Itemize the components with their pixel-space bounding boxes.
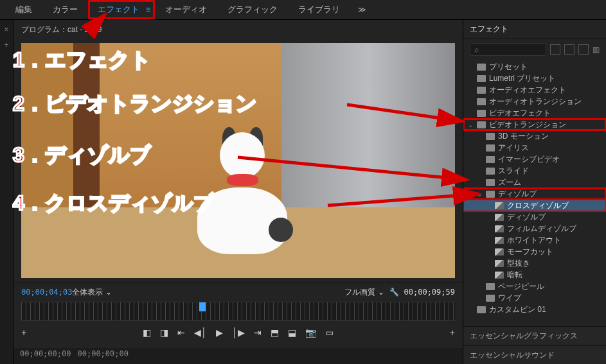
effect-item[interactable]: モーフカット	[463, 246, 606, 257]
mini-timeline[interactable]	[21, 302, 455, 321]
effect-icon	[495, 248, 504, 256]
effect-icon	[495, 237, 504, 244]
tree-label: ズーム	[498, 177, 521, 188]
tree-label: ワイプ	[498, 293, 521, 304]
program-monitor-title: プログラム：cat - 2879	[13, 20, 463, 39]
compare-button[interactable]: ▭	[325, 327, 334, 338]
program-title-text: プログラム：cat - 2879	[21, 24, 102, 35]
add-button-right[interactable]: +	[450, 327, 455, 338]
tab-library[interactable]: ライブラリ	[288, 1, 350, 18]
go-to-in-button[interactable]: ⇤	[177, 327, 185, 338]
playhead-icon[interactable]	[199, 302, 206, 311]
extract-button[interactable]: ⬓	[288, 327, 296, 338]
add-button-left[interactable]: +	[21, 327, 26, 338]
tab-graphics[interactable]: グラフィック	[217, 1, 288, 18]
step-fwd-button[interactable]: │▶	[232, 327, 245, 338]
filter-icon-3[interactable]	[578, 44, 589, 55]
lift-button[interactable]: ⬒	[271, 327, 279, 338]
tab-color[interactable]: カラー	[42, 1, 88, 18]
source-close-icon[interactable]: ×	[4, 25, 8, 34]
effect-folder[interactable]: オーディオトランジション	[463, 96, 606, 107]
folder-icon	[486, 156, 495, 163]
zoom-select[interactable]: 全体表示 ⌄	[72, 287, 111, 298]
tree-label: 型抜き	[507, 258, 530, 269]
current-timecode[interactable]: 00;00;04;03	[21, 288, 72, 297]
folder-icon	[477, 75, 486, 82]
effect-item[interactable]: ディゾルブ	[463, 211, 606, 223]
tree-label: プリセット	[489, 62, 528, 73]
effects-search-input[interactable]: ⌕	[470, 43, 546, 56]
export-frame-button[interactable]: 📷	[305, 327, 316, 338]
tree-label: オーディオエフェクト	[489, 85, 566, 96]
tabs-overflow-icon[interactable]: ≫	[358, 5, 366, 14]
left-gutter: × +	[0, 20, 13, 364]
tree-label: ホワイトアウト	[507, 235, 561, 246]
mark-out-button[interactable]: ◨	[160, 327, 168, 338]
search-icon: ⌕	[474, 45, 479, 54]
duration-timecode: 00;00;09;59	[404, 288, 455, 297]
tree-label: ビデオトランジション	[489, 119, 566, 130]
tree-label: スライド	[498, 166, 529, 177]
tab-effects[interactable]: エフェクト	[93, 3, 145, 17]
effect-folder[interactable]: ビデオエフェクト	[463, 107, 606, 119]
timeline-tc2: 00;00;00;00	[77, 349, 128, 363]
disclosure-icon[interactable]: ⌄	[467, 121, 474, 128]
effect-folder[interactable]: イマーシブビデオ	[463, 153, 606, 165]
effect-item[interactable]: クロスディゾルブ	[463, 200, 606, 211]
effect-folder[interactable]: カスタムビン 01	[463, 304, 606, 315]
effect-icon	[495, 272, 504, 279]
effects-panel: エフェクト ⌕ ▥ プリセットLumetri プリセットオーディオエフェクトオー…	[463, 20, 606, 364]
effect-folder[interactable]: ワイプ	[463, 292, 606, 304]
folder-icon	[477, 121, 486, 128]
folder-icon	[477, 306, 486, 313]
effect-item[interactable]: フィルムディゾルブ	[463, 223, 606, 234]
step-back-button[interactable]: ◀│	[194, 327, 207, 338]
tab-audio[interactable]: オーディオ	[155, 1, 217, 18]
essential-sound-panel[interactable]: エッセンシャルサウンド	[463, 345, 606, 364]
effect-folder[interactable]: ⌄ディゾルブ	[463, 188, 606, 200]
folder-icon	[486, 191, 495, 198]
tree-label: ビデオエフェクト	[489, 108, 551, 119]
settings-icon[interactable]: 🔧	[389, 288, 399, 297]
folder-icon	[477, 87, 486, 94]
tree-label: 暗転	[507, 270, 522, 281]
essential-graphics-panel[interactable]: エッセンシャルグラフィックス	[463, 326, 606, 345]
filter-icon-2[interactable]	[564, 44, 575, 55]
source-add-icon[interactable]: +	[4, 40, 8, 49]
tree-label: 3D モーション	[498, 131, 549, 142]
tree-label: モーフカット	[507, 247, 553, 257]
effect-icon	[495, 260, 504, 267]
tree-label: クロスディゾルブ	[507, 200, 569, 211]
effect-folder[interactable]: Lumetri プリセット	[463, 73, 606, 84]
play-button[interactable]: ▶	[216, 327, 223, 338]
effect-icon	[495, 202, 504, 209]
tab-edit[interactable]: 編集	[5, 1, 42, 18]
effect-folder[interactable]: ズーム	[463, 177, 606, 188]
folder-icon	[486, 133, 495, 140]
new-bin-icon[interactable]: ▥	[593, 45, 600, 54]
effect-item[interactable]: 暗転	[463, 269, 606, 281]
effect-folder[interactable]: ページピール	[463, 281, 606, 292]
effect-icon	[495, 214, 504, 221]
effect-folder[interactable]: スライド	[463, 165, 606, 177]
filter-icon-1[interactable]	[550, 44, 560, 55]
mark-in-button[interactable]: ◧	[143, 327, 151, 338]
effect-item[interactable]: 型抜き	[463, 257, 606, 269]
transport-bar: 00;00;04;03 全体表示 ⌄ フル画質 ⌄ 🔧 00;00;09;59 …	[13, 282, 463, 348]
annotation-box-tab: エフェクト ≡	[88, 0, 155, 19]
resolution-select[interactable]: フル画質 ⌄	[344, 287, 384, 298]
effect-folder[interactable]: ⌄ビデオトランジション	[463, 119, 606, 130]
effect-folder[interactable]: プリセット	[463, 61, 606, 73]
folder-icon	[486, 144, 495, 152]
go-to-out-button[interactable]: ⇥	[254, 327, 262, 338]
video-frame	[21, 43, 455, 278]
effect-item[interactable]: ホワイトアウト	[463, 234, 606, 246]
effect-folder[interactable]: オーディオエフェクト	[463, 84, 606, 96]
tree-label: カスタムビン 01	[489, 304, 546, 315]
effect-folder[interactable]: 3D モーション	[463, 130, 606, 142]
folder-icon	[477, 98, 486, 105]
program-monitor[interactable]	[21, 43, 455, 278]
effect-folder[interactable]: アイリス	[463, 142, 606, 153]
tab-menu-icon[interactable]: ≡	[146, 5, 150, 14]
disclosure-icon[interactable]: ⌄	[476, 191, 483, 198]
